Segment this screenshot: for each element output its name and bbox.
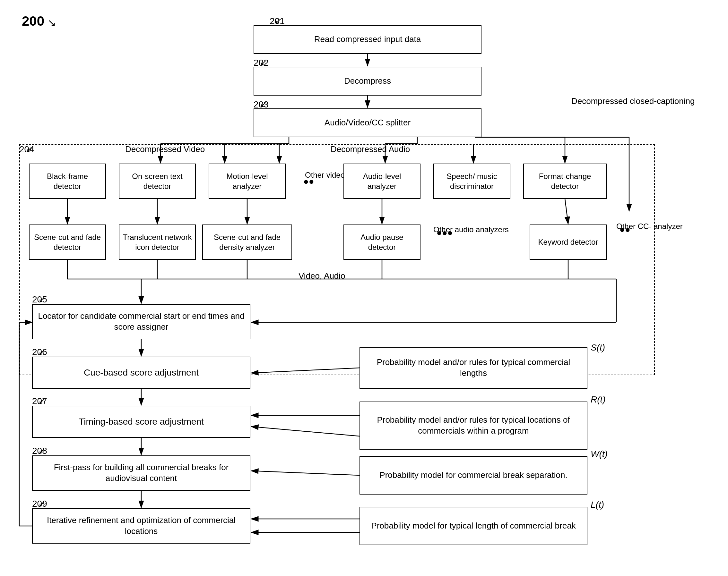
node-206: Cue-based score adjustment bbox=[32, 357, 250, 389]
node-motion: Motion-level analyzer bbox=[209, 164, 286, 199]
node-blackframe: Black-frame detector bbox=[29, 164, 106, 199]
node-audiolevel: Audio-level analyzer bbox=[344, 164, 421, 199]
node-formatchange: Format-change detector bbox=[523, 164, 607, 199]
other-audio-label: Other audio analyzers bbox=[433, 225, 509, 234]
node-st: Probability model and/or rules for typic… bbox=[359, 347, 587, 389]
node-209: Iterative refinement and optimization of… bbox=[32, 508, 250, 544]
node-scenecut1: Scene-cut and fade detector bbox=[29, 225, 106, 260]
decompressed-audio-label: Decompressed Audio bbox=[331, 144, 410, 154]
label-rt: R(t) bbox=[591, 395, 606, 405]
decompressed-cc-label: Decompressed closed-captioning bbox=[571, 96, 695, 106]
label-wt: W(t) bbox=[591, 449, 608, 459]
svg-line-37 bbox=[251, 427, 359, 436]
node-208: First-pass for building all commercial b… bbox=[32, 455, 250, 491]
node-203: Audio/Video/CC splitter bbox=[253, 108, 482, 137]
node-wt: Probability model for commercial break s… bbox=[359, 456, 587, 494]
node-lt: Probability model for typical length of … bbox=[359, 507, 587, 545]
node-audiopause: Audio pause detector bbox=[344, 225, 421, 260]
node-keyword: Keyword detector bbox=[530, 225, 607, 260]
label-lt: L(t) bbox=[591, 500, 604, 510]
node-speechmusic: Speech/ music discriminator bbox=[433, 164, 510, 199]
node-onscreen: On-screen text detector bbox=[119, 164, 196, 199]
node-scenecut2: Scene-cut and fade density analyzer bbox=[202, 225, 292, 260]
decompressed-video-label: Decompressed Video bbox=[125, 144, 205, 154]
node-rt: Probability model and/or rules for typic… bbox=[359, 402, 587, 450]
node-205: Locator for candidate commercial start o… bbox=[32, 304, 250, 339]
node-202: Decompress bbox=[253, 67, 482, 95]
figure-label: 200 bbox=[22, 13, 44, 29]
label-st: S(t) bbox=[591, 343, 605, 353]
other-cc-label: Other CC- analyzer bbox=[616, 221, 683, 231]
node-207: Timing-based score adjustment bbox=[32, 406, 250, 438]
video-audio-label: Video, Audio bbox=[298, 271, 345, 281]
node-201: Read compressed input data bbox=[253, 25, 482, 54]
svg-line-38 bbox=[251, 471, 359, 475]
node-translucent: Translucent network icon detector bbox=[119, 225, 196, 260]
